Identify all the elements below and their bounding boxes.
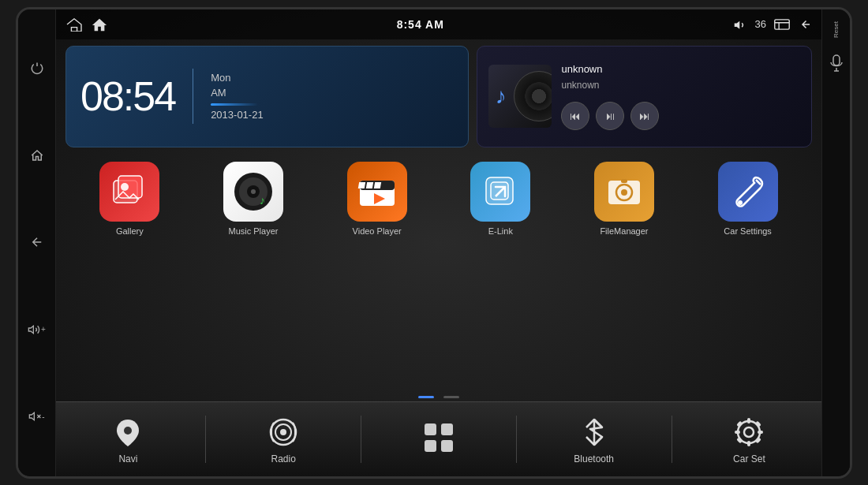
- reset-label: Reset: [832, 21, 840, 38]
- artist-name: unknown: [561, 80, 800, 91]
- dock-carset[interactable]: Car Set: [713, 414, 784, 464]
- apps-svg: [422, 421, 455, 454]
- svg-rect-44: [737, 420, 743, 427]
- apps-grid: Gallery ♪ Music Player: [56, 154, 821, 393]
- bluetooth-svg: [580, 416, 608, 448]
- reset-button[interactable]: Reset: [828, 21, 845, 39]
- dock-separator-2: [361, 416, 361, 463]
- svg-rect-47: [756, 437, 762, 443]
- elink-label: E-Link: [488, 226, 513, 236]
- app-car-settings[interactable]: Car Settings: [709, 162, 788, 236]
- navi-label: Navi: [118, 453, 137, 464]
- music-player-label: Music Player: [229, 226, 279, 236]
- gallery-icon: [99, 162, 159, 222]
- elink-svg: [478, 170, 522, 214]
- app-gallery[interactable]: Gallery: [90, 162, 169, 236]
- svg-rect-5: [775, 19, 789, 28]
- filemanager-icon: [594, 162, 654, 222]
- window-icon: [774, 18, 790, 31]
- bluetooth-label: Bluetooth: [574, 453, 614, 464]
- svg-marker-0: [28, 326, 33, 333]
- elink-icon: [470, 162, 530, 222]
- gallery-label: Gallery: [116, 226, 144, 236]
- prev-button[interactable]: ⏮: [561, 102, 589, 130]
- svg-point-30: [124, 427, 132, 435]
- clock-date: 2013-01-21: [211, 109, 264, 121]
- album-art: ♪: [488, 65, 552, 128]
- carset-icon: [731, 414, 767, 450]
- svg-point-28: [738, 200, 743, 205]
- mic-button[interactable]: [828, 54, 845, 72]
- svg-rect-37: [441, 440, 453, 452]
- svg-rect-36: [425, 440, 436, 452]
- settings-svg: [726, 170, 770, 214]
- back-icon: [798, 18, 812, 31]
- svg-point-26: [621, 189, 627, 196]
- clock-period: AM: [211, 87, 264, 99]
- back-button[interactable]: [26, 231, 48, 253]
- dock-home[interactable]: [403, 420, 474, 459]
- music-player-icon: ♪: [223, 162, 283, 222]
- svg-rect-19: [365, 182, 372, 188]
- app-music-player[interactable]: ♪ Music Player: [214, 162, 293, 236]
- music-widget: ♪ unknown unknown ⏮ ⏯ ⏭: [477, 46, 812, 147]
- svg-rect-46: [737, 437, 743, 443]
- page-indicators: [56, 393, 821, 401]
- bottom-dock: Navi Radio: [56, 401, 821, 476]
- svg-rect-41: [747, 441, 750, 446]
- carset-label: Car Set: [733, 453, 765, 464]
- car-head-unit: + - 8:54 AM: [16, 7, 852, 479]
- svg-rect-45: [756, 420, 762, 427]
- music-note-icon: ♪: [495, 84, 506, 109]
- volume-down-button[interactable]: -: [26, 405, 48, 427]
- filemanager-label: FileManager: [600, 226, 648, 236]
- music-svg: ♪: [231, 170, 275, 214]
- svg-marker-1: [30, 413, 35, 420]
- svg-point-39: [744, 427, 754, 437]
- volume-icon: [733, 18, 747, 31]
- app-video-player[interactable]: Video Player: [338, 162, 417, 236]
- svg-rect-27: [621, 179, 627, 183]
- location-pin-icon: [112, 416, 144, 448]
- volume-up-button[interactable]: +: [26, 319, 48, 341]
- home-filled-icon: [91, 17, 108, 32]
- home-button[interactable]: [26, 144, 48, 166]
- gallery-svg: [107, 170, 152, 214]
- svg-rect-18: [357, 182, 365, 188]
- track-name: unknown: [561, 63, 800, 75]
- filemanager-svg: [602, 170, 646, 214]
- video-svg: [355, 170, 399, 214]
- clock-time: 08:54: [80, 76, 175, 117]
- power-button[interactable]: [26, 58, 48, 80]
- next-button[interactable]: ⏭: [630, 102, 659, 130]
- clock-divider: [193, 69, 193, 124]
- app-elink[interactable]: E-Link: [461, 162, 540, 236]
- page-dot-1: [418, 396, 434, 398]
- dock-separator-4: [672, 416, 672, 463]
- svg-rect-42: [735, 431, 740, 434]
- music-controls: ⏮ ⏯ ⏭: [561, 102, 800, 130]
- status-time: 8:54 AM: [397, 18, 444, 31]
- right-side-controls: Reset: [821, 9, 850, 476]
- dock-navi[interactable]: Navi: [92, 414, 163, 464]
- play-pause-button[interactable]: ⏯: [596, 102, 624, 130]
- svg-rect-43: [758, 431, 763, 434]
- clock-day: Mon: [211, 72, 264, 84]
- radio-icon: [265, 414, 301, 450]
- video-player-label: Video Player: [353, 226, 402, 236]
- svg-point-38: [738, 421, 760, 443]
- app-filemanager[interactable]: FileManager: [585, 162, 664, 236]
- navi-icon: [110, 414, 146, 450]
- dock-separator-1: [205, 416, 206, 463]
- svg-rect-48: [833, 55, 840, 65]
- svg-rect-35: [441, 423, 453, 435]
- status-right-icons: 36: [733, 18, 812, 31]
- car-settings-label: Car Settings: [724, 226, 772, 236]
- dock-bluetooth[interactable]: Bluetooth: [559, 414, 630, 464]
- left-side-controls: + -: [18, 9, 56, 476]
- status-bar: 8:54 AM 36: [56, 9, 821, 39]
- dock-radio[interactable]: Radio: [248, 414, 319, 464]
- apps-row-1: Gallery ♪ Music Player: [72, 162, 806, 236]
- widgets-area: 08:54 Mon AM 2013-01-21 ♪ unknown unknow…: [56, 39, 821, 154]
- main-screen: 8:54 AM 36: [56, 9, 821, 476]
